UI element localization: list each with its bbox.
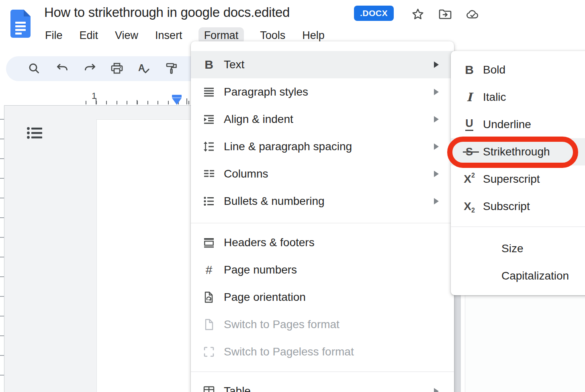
docx-file-type-badge: .DOCX [354, 6, 394, 21]
submenu-item-underline[interactable]: U Underline [451, 111, 585, 138]
menu-divider [451, 227, 585, 227]
submenu-item-bold[interactable]: B Bold [451, 56, 585, 84]
format-menu-item-switch-pages-format: Switch to Pages format [191, 311, 454, 338]
format-menu: B Text Paragraph styles Align & indent L… [191, 41, 454, 392]
ruler-inch-label: 1 [92, 91, 96, 101]
star-icon[interactable] [411, 7, 425, 22]
outline-list-icon [27, 134, 43, 141]
format-menu-item-bullets-numbering[interactable]: Bullets & numbering [191, 188, 454, 215]
submenu-arrow-icon [434, 89, 439, 95]
submenu-item-superscript[interactable]: X2 Superscript [451, 165, 585, 193]
submenu-item-capitalization[interactable]: Capitalization [451, 262, 585, 290]
google-docs-window: 1 How to strikethrough in google docs.ed… [0, 0, 585, 392]
format-menu-item-paragraph-styles[interactable]: Paragraph styles [191, 78, 454, 106]
menu-file[interactable]: File [44, 27, 63, 44]
print-icon[interactable] [110, 61, 124, 76]
format-menu-item-align-indent[interactable]: Align & indent [191, 106, 454, 133]
first-line-indent-marker[interactable] [172, 95, 182, 98]
ruler-half-tick [137, 100, 137, 104]
submenu-arrow-icon [434, 171, 439, 177]
format-menu-item-line-spacing[interactable]: Line & paragraph spacing [191, 133, 454, 160]
spellcheck-icon[interactable]: A [136, 61, 151, 76]
pageless-format-icon [202, 345, 216, 359]
page-orientation-icon [202, 290, 216, 304]
format-menu-item-table[interactable]: Table [191, 378, 454, 392]
google-docs-logo[interactable] [10, 10, 31, 38]
page-numbers-icon: # [202, 263, 216, 277]
line-spacing-icon [202, 140, 216, 153]
vertical-ruler-ticks [0, 119, 4, 389]
columns-icon [202, 167, 216, 181]
search-icon[interactable] [27, 61, 41, 76]
submenu-item-subscript[interactable]: X2 Subscript [451, 193, 585, 220]
document-title[interactable]: How to strikethrough in google docs.edit… [44, 5, 290, 20]
bold-icon: B [462, 63, 477, 77]
left-indent-marker[interactable] [172, 98, 182, 105]
strikethrough-annotation-ring [447, 137, 578, 168]
submenu-item-italic[interactable]: I Italic [451, 84, 585, 111]
submenu-arrow-icon [434, 61, 439, 68]
underline-icon: U [462, 118, 477, 131]
vertical-ruler-border [4, 106, 4, 392]
move-folder-icon[interactable] [438, 7, 452, 22]
format-menu-item-columns[interactable]: Columns [191, 160, 454, 188]
text-submenu: B Bold I Italic U Underline S Strikethro… [451, 51, 585, 295]
pages-format-icon [202, 318, 216, 331]
cloud-done-icon[interactable] [465, 7, 480, 22]
format-menu-item-headers-footers[interactable]: Headers & footers [191, 229, 454, 256]
document-scrollbar[interactable] [454, 295, 461, 392]
submenu-item-size[interactable]: Size [451, 235, 585, 262]
table-icon [202, 384, 216, 392]
format-menu-item-text[interactable]: B Text [191, 51, 454, 78]
align-indent-icon [202, 112, 216, 126]
italic-icon: I [462, 90, 477, 104]
superscript-icon: X2 [462, 172, 477, 186]
format-menu-item-page-orientation[interactable]: Page orientation [191, 284, 454, 311]
menu-divider [191, 372, 454, 372]
bold-text-icon: B [202, 58, 216, 71]
format-menu-item-page-numbers[interactable]: # Page numbers [191, 256, 454, 284]
format-menu-item-switch-pageless-format: Switch to Pageless format [191, 338, 454, 365]
menu-insert[interactable]: Insert [154, 27, 183, 44]
paragraph-styles-icon [202, 85, 216, 99]
ruler-inch-tick [186, 98, 187, 104]
submenu-arrow-icon [434, 116, 439, 122]
redo-icon[interactable] [82, 61, 97, 76]
menu-divider [191, 223, 454, 223]
subscript-icon: X2 [462, 200, 477, 213]
bullets-numbering-icon [202, 194, 216, 208]
menu-view[interactable]: View [114, 27, 139, 44]
submenu-arrow-icon [434, 198, 439, 204]
document-outline-button[interactable] [27, 126, 43, 141]
paint-format-icon[interactable] [164, 61, 179, 76]
headers-footers-icon [202, 236, 216, 249]
menu-edit[interactable]: Edit [79, 27, 99, 44]
submenu-arrow-icon [434, 388, 439, 392]
undo-icon[interactable] [55, 61, 70, 76]
submenu-arrow-icon [434, 143, 439, 150]
